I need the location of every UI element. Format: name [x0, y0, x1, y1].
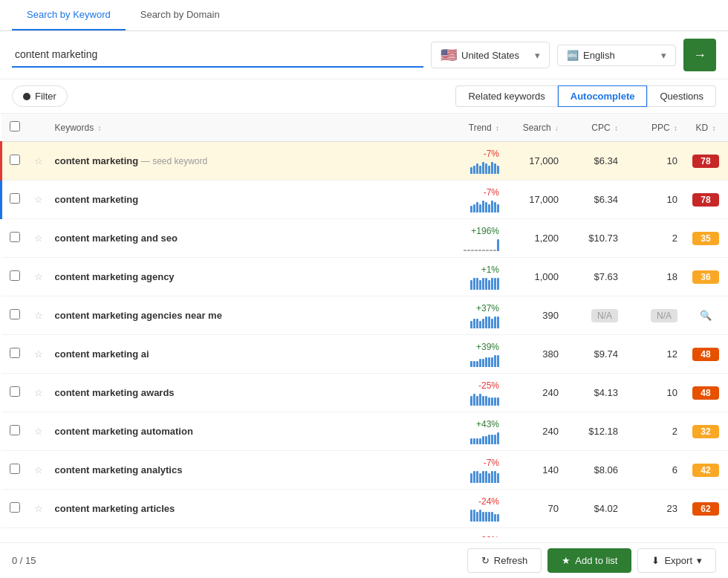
- search-volume-cell: 380: [505, 335, 565, 374]
- ppc-cell: 2: [624, 219, 683, 258]
- add-to-list-label: Add to list: [575, 555, 617, 566]
- questions-btn[interactable]: Questions: [647, 85, 716, 107]
- tab-search-by-domain[interactable]: Search by Domain: [126, 0, 235, 30]
- add-to-list-icon: ★: [562, 555, 571, 566]
- cpc-cell: $6.34: [565, 181, 624, 219]
- search-volume-cell: 240: [505, 412, 565, 451]
- table-row: ☆content marketing ai+39%380$9.741248: [1, 335, 729, 374]
- col-ppc[interactable]: PPC ↕: [624, 114, 683, 142]
- ppc-cell: 9: [624, 528, 683, 538]
- favorite-star[interactable]: ☆: [28, 451, 49, 490]
- table-row: ☆content marketing analytics-7%140$8.066…: [1, 451, 729, 490]
- ppc-cell: 2: [624, 412, 683, 451]
- col-cpc[interactable]: CPC ↕: [565, 114, 624, 142]
- table-row: ☆content marketing-7%17,000$6.341078: [1, 181, 729, 219]
- keyword-cell: content marketing articles: [49, 490, 432, 528]
- favorite-star[interactable]: ☆: [28, 296, 49, 335]
- export-icon: ⬇: [651, 555, 660, 566]
- ppc-cell: 10: [624, 374, 683, 412]
- kd-cell: 48: [683, 335, 728, 374]
- keyword-cell: content marketing agencies near me: [49, 296, 432, 335]
- bottom-bar: 0 / 15 ↻ Refresh ★ Add to list ⬇ Export …: [0, 542, 728, 578]
- search-volume-cell: 390: [505, 296, 565, 335]
- table-row: ☆content marketing agencies near me+37%3…: [1, 296, 729, 335]
- filter-label: Filter: [35, 91, 56, 102]
- favorite-star[interactable]: ☆: [28, 374, 49, 412]
- search-go-button[interactable]: →: [683, 39, 716, 71]
- keyword-cell: content marketing awards: [49, 374, 432, 412]
- favorite-star[interactable]: ☆: [28, 258, 49, 296]
- col-trend[interactable]: Trend ↕: [431, 114, 505, 142]
- col-keywords[interactable]: Keywords ↕: [49, 114, 432, 142]
- export-button[interactable]: ⬇ Export ▾: [637, 548, 716, 573]
- favorite-star[interactable]: ☆: [28, 142, 49, 181]
- kd-cell: 42: [683, 451, 728, 490]
- row-checkbox[interactable]: [10, 464, 20, 474]
- keyword-cell: content marketing analytics: [49, 451, 432, 490]
- search-volume-cell: 240: [505, 374, 565, 412]
- add-to-list-button[interactable]: ★ Add to list: [547, 548, 631, 573]
- search-bar: 🇺🇸 United States ▾ 🔤 English ▾ →: [0, 31, 728, 79]
- cpc-cell: $9.74: [565, 335, 624, 374]
- language-arrow: ▾: [661, 50, 666, 61]
- search-volume-cell: 17,000: [505, 181, 565, 219]
- cpc-cell: $4.02: [565, 490, 624, 528]
- cpc-cell: $6.34: [565, 142, 624, 181]
- ppc-cell: 12: [624, 335, 683, 374]
- filter-button[interactable]: Filter: [12, 85, 68, 107]
- select-all-checkbox[interactable]: [10, 121, 20, 131]
- search-volume-cell: 1,000: [505, 258, 565, 296]
- kd-cell: 36: [683, 258, 728, 296]
- col-kd[interactable]: KD ↕: [683, 114, 728, 142]
- related-keywords-btn[interactable]: Related keywords: [455, 85, 557, 107]
- cpc-cell: $7.63: [565, 258, 624, 296]
- search-input[interactable]: [12, 45, 148, 63]
- row-checkbox[interactable]: [10, 193, 20, 204]
- favorite-star[interactable]: ☆: [28, 528, 49, 538]
- trend-cell: -7%: [431, 181, 505, 219]
- keyword-cell: content marketing ai: [49, 335, 432, 374]
- kd-cell: 35: [683, 219, 728, 258]
- filter-dot: [23, 93, 30, 100]
- row-checkbox[interactable]: [10, 502, 20, 513]
- favorite-star[interactable]: ☆: [28, 181, 49, 219]
- row-checkbox[interactable]: [10, 425, 20, 435]
- favorite-star[interactable]: ☆: [28, 490, 49, 528]
- table-row: ☆content marketing agency+1%1,000$7.6318…: [1, 258, 729, 296]
- keyword-type-buttons: Related keywords Autocomplete Questions: [455, 85, 716, 107]
- search-volume-cell: 40: [505, 528, 565, 538]
- row-checkbox[interactable]: [10, 309, 20, 319]
- kd-cell: 28: [683, 528, 728, 538]
- table-row: ☆content marketing awards-25%240$4.13104…: [1, 374, 729, 412]
- kd-cell: 78: [683, 142, 728, 181]
- favorite-star[interactable]: ☆: [28, 412, 49, 451]
- export-label: Export: [664, 555, 692, 566]
- trend-cell: +37%: [431, 296, 505, 335]
- favorite-star[interactable]: ☆: [28, 219, 49, 258]
- search-input-wrap: [12, 42, 423, 68]
- trend-cell: -24%: [431, 490, 505, 528]
- search-volume-cell: 70: [505, 490, 565, 528]
- row-checkbox[interactable]: [10, 348, 20, 358]
- country-select[interactable]: 🇺🇸 United States ▾: [431, 42, 550, 68]
- row-checkbox[interactable]: [10, 270, 20, 281]
- search-volume-cell: 17,000: [505, 142, 565, 181]
- filter-bar: Filter Related keywords Autocomplete Que…: [0, 79, 728, 114]
- row-checkbox[interactable]: [10, 155, 20, 165]
- row-checkbox[interactable]: [10, 232, 20, 242]
- table-row: ☆content marketing articles-24%70$4.0223…: [1, 490, 729, 528]
- favorite-star[interactable]: ☆: [28, 335, 49, 374]
- top-tabs: Search by Keyword Search by Domain: [0, 0, 728, 31]
- language-label: English: [583, 50, 615, 61]
- trend-cell: -25%: [431, 374, 505, 412]
- kd-cell: 🔍: [683, 296, 728, 335]
- kd-cell: 78: [683, 181, 728, 219]
- country-flag: 🇺🇸: [441, 47, 457, 63]
- tab-search-by-keyword[interactable]: Search by Keyword: [12, 0, 126, 30]
- autocomplete-btn[interactable]: Autocomplete: [558, 85, 648, 107]
- search-volume-cell: 1,200: [505, 219, 565, 258]
- col-search[interactable]: Search ↓: [505, 114, 565, 142]
- refresh-button[interactable]: ↻ Refresh: [467, 548, 542, 573]
- language-select[interactable]: 🔤 English ▾: [557, 45, 676, 66]
- row-checkbox[interactable]: [10, 386, 20, 397]
